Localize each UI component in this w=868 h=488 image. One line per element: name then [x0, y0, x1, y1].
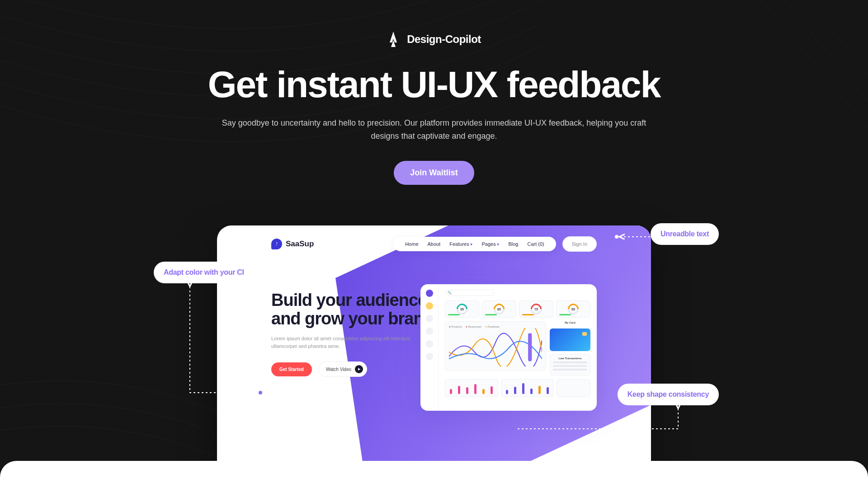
- play-icon: [355, 365, 363, 373]
- nav-blog[interactable]: Blog: [508, 241, 518, 247]
- signin-button[interactable]: Sign In: [562, 236, 597, 252]
- nav-features[interactable]: Features: [449, 241, 472, 247]
- mockup-brand: SaaSup: [271, 239, 314, 249]
- mockup-subtext: Lorem ipsum dolor sit amet consectetur a…: [271, 335, 434, 350]
- callout-shape-consistency: Keep shape consistency: [618, 384, 719, 405]
- callout-unreadable-text: Unreadble text: [651, 223, 719, 245]
- logo-icon: [387, 32, 400, 47]
- credit-card-icon: [550, 328, 590, 351]
- nav-home[interactable]: Home: [405, 241, 418, 247]
- kpi-card: 65: [482, 300, 516, 318]
- sidebar-icon: [426, 315, 433, 322]
- kpi-card: 75: [519, 300, 553, 318]
- brand-name: Design-Copilot: [407, 33, 481, 46]
- nav-pages[interactable]: Pages: [481, 241, 499, 247]
- watch-video-button[interactable]: Watch Video: [318, 361, 367, 377]
- kpi-card: 35: [445, 300, 479, 318]
- dashboard-card: 35 65 75 95 Products Responses Feedback: [420, 284, 597, 411]
- sidebar-icon: [426, 340, 433, 347]
- bar-chart: [557, 379, 590, 397]
- watch-video-label: Watch Video: [326, 367, 351, 372]
- hero-subtitle: Say goodbye to uncertainty and hello to …: [217, 117, 651, 143]
- mockup-hero: Build your audience and grow your brand …: [271, 291, 434, 377]
- sidebar-icon: [426, 353, 433, 360]
- next-section-peek: [0, 461, 868, 488]
- dashboard-sidebar: [420, 284, 439, 411]
- search-input[interactable]: [445, 290, 495, 296]
- callout-adapt-color: Adapt color with your CI: [154, 262, 254, 283]
- line-chart: Products Responses Feedback: [445, 321, 546, 371]
- brand-row: Design-Copilot: [140, 32, 728, 47]
- sidebar-icon: [426, 328, 433, 335]
- nav-cart[interactable]: Cart (0): [527, 241, 544, 247]
- kpi-card: 95: [556, 300, 590, 318]
- website-mockup: SaaSup Home About Features Pages Blog Ca…: [217, 225, 651, 479]
- svg-rect-3: [528, 333, 532, 361]
- mockup-headline: Build your audience and grow your brand: [271, 291, 434, 329]
- mockup-nav: Home About Features Pages Blog Cart (0): [393, 237, 556, 251]
- my-card-title: My Card: [550, 321, 590, 324]
- mockup-header: SaaSup Home About Features Pages Blog Ca…: [217, 236, 651, 252]
- bar-charts-row: [445, 379, 590, 397]
- nav-about[interactable]: About: [428, 241, 441, 247]
- kpi-row: 35 65 75 95: [445, 300, 590, 318]
- cloud-upload-icon: [271, 239, 282, 249]
- preview-area: Adapt color with your CI Unreadble text …: [140, 225, 728, 479]
- get-started-button[interactable]: Get Started: [271, 362, 312, 376]
- sidebar-icon: [426, 302, 433, 310]
- sidebar-icon: [426, 290, 433, 297]
- bar-chart: [501, 379, 554, 397]
- transactions-list: Last Transactions: [550, 354, 590, 375]
- bar-chart: [445, 379, 498, 397]
- hero-title: Get instant UI-UX feedback: [140, 65, 728, 104]
- mockup-brand-name: SaaSup: [286, 239, 314, 249]
- join-waitlist-button[interactable]: Join Waitlist: [394, 161, 474, 185]
- chart-lines-icon: [449, 328, 542, 366]
